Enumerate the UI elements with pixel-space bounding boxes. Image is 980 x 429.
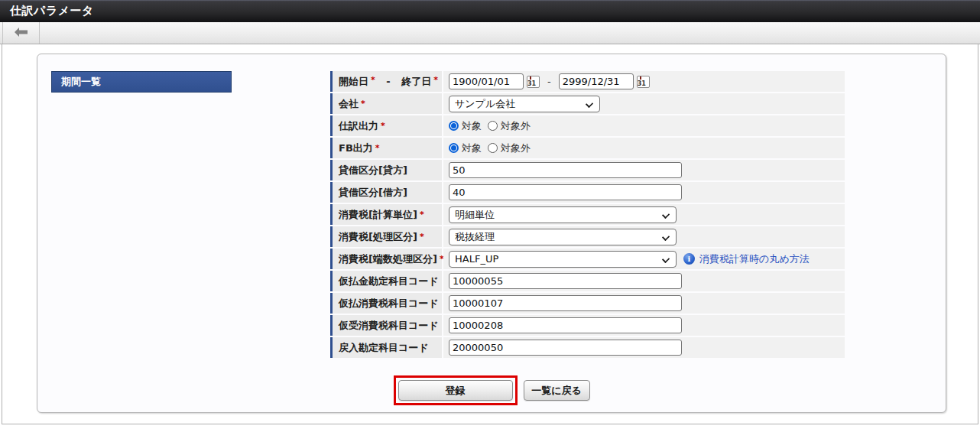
- content-frame: 期間一覧 開始日* - 終了日* 31: [2, 44, 978, 424]
- end-date-label: 終了日*: [401, 75, 438, 89]
- required-marker: *: [433, 75, 438, 85]
- reversal-account-code-input[interactable]: [449, 340, 682, 356]
- company-select-value: サンプル会社: [455, 96, 515, 112]
- radio-target-selected[interactable]: [449, 143, 459, 153]
- field-row-debit-class: 貸借区分[借方]: [330, 182, 845, 203]
- required-marker: *: [381, 121, 385, 131]
- calendar-icon[interactable]: 31: [527, 76, 540, 88]
- field-row-journal-output: 仕訳出力* 対象 対象外: [330, 115, 845, 136]
- tax-rounding-help-link[interactable]: 消費税計算時の丸め方法: [699, 252, 810, 266]
- field-row-received-consumption-tax-code: 仮受消費税科目コード: [330, 315, 845, 336]
- calendar-icon-day: 31: [527, 80, 536, 87]
- field-row-tax-calc-unit: 消費税[計算単位]* 明細単位: [330, 204, 845, 225]
- required-marker: *: [375, 143, 380, 153]
- paid-consumption-tax-code-field: [443, 293, 845, 314]
- radio-target-selected[interactable]: [449, 121, 459, 131]
- debit-class-input[interactable]: [449, 184, 682, 200]
- credit-class-field: [443, 160, 845, 180]
- required-marker: *: [361, 99, 365, 109]
- received-consumption-tax-code-label: 仮受消費税科目コード: [330, 315, 442, 336]
- suspense-payment-account-code-input[interactable]: [449, 273, 682, 289]
- field-row-reversal-account-code: 戻入勘定科目コード: [330, 337, 845, 358]
- debit-class-field: [443, 182, 845, 203]
- reversal-account-code-label: 戻入勘定科目コード: [330, 337, 442, 358]
- chevron-down-icon: [662, 255, 670, 262]
- back-to-list-button[interactable]: 一覧に戻る: [524, 380, 590, 401]
- section-title: 期間一覧: [61, 75, 101, 89]
- tax-process-class-field: 税抜経理: [443, 226, 845, 247]
- date-range-label: 開始日* - 終了日*: [330, 71, 442, 92]
- tax-process-class-select[interactable]: 税抜経理: [449, 229, 677, 245]
- tax-process-class-select-value: 税抜経理: [455, 229, 495, 245]
- red-highlight-annotation: 登録: [394, 375, 518, 405]
- tax-rounding-field: HALF_UP i 消費税計算時の丸め方法: [443, 249, 845, 269]
- reversal-account-code-field: [443, 337, 845, 358]
- tax-calc-unit-field: 明細単位: [443, 204, 845, 225]
- date-value-separator: -: [547, 76, 551, 87]
- journal-output-label: 仕訳出力*: [330, 115, 442, 136]
- radio-target-label: 対象: [462, 119, 482, 133]
- company-field: サンプル会社: [443, 93, 845, 114]
- chevron-down-icon: [662, 232, 670, 240]
- field-row-fb-output: FB出力* 対象 対象外: [330, 138, 845, 158]
- field-row-credit-class: 貸借区分[貸方]: [330, 160, 845, 180]
- calendar-icon[interactable]: 31: [637, 76, 650, 88]
- tax-rounding-select[interactable]: HALF_UP: [449, 251, 677, 268]
- section-header: 期間一覧: [51, 71, 232, 93]
- debit-class-label: 貸借区分[借方]: [330, 182, 442, 203]
- back-arrow-icon: [14, 26, 29, 41]
- start-date-label: 開始日*: [339, 75, 375, 89]
- field-row-tax-rounding: 消費税[端数処理区分]* HALF_UP i 消費税計算時の丸め方法: [330, 249, 845, 269]
- required-marker: *: [420, 210, 424, 219]
- credit-class-label: 貸借区分[貸方]: [330, 160, 442, 180]
- tax-calc-unit-select[interactable]: 明細単位: [449, 206, 677, 223]
- action-buttons: 登録 一覧に戻る: [37, 375, 946, 405]
- company-select[interactable]: サンプル会社: [449, 96, 600, 112]
- suspense-payment-account-code-label: 仮払金勘定科目コード: [330, 271, 442, 291]
- credit-class-input[interactable]: [449, 162, 682, 178]
- chevron-down-icon: [586, 99, 593, 107]
- radio-not-target-label: 対象外: [501, 119, 531, 133]
- radio-target-label: 対象: [462, 141, 482, 155]
- required-marker: *: [371, 75, 375, 85]
- paid-consumption-tax-code-label: 仮払消費税科目コード: [330, 293, 442, 314]
- end-date-input[interactable]: [559, 73, 634, 89]
- fb-output-field: 対象 対象外: [443, 138, 845, 158]
- date-range-field: 31 - 31: [443, 71, 845, 92]
- info-icon[interactable]: i: [683, 253, 695, 265]
- paid-consumption-tax-code-input[interactable]: [449, 295, 682, 311]
- form-panel: 期間一覧 開始日* - 終了日* 31: [37, 54, 946, 413]
- parameter-form: 開始日* - 終了日* 31 - 31: [330, 71, 845, 359]
- received-consumption-tax-code-input[interactable]: [449, 317, 682, 333]
- company-label: 会社*: [330, 93, 442, 114]
- radio-not-target[interactable]: [488, 143, 498, 153]
- tax-rounding-label: 消費税[端数処理区分]*: [330, 249, 442, 269]
- chevron-down-icon: [662, 210, 670, 218]
- start-date-input[interactable]: [449, 73, 524, 89]
- date-range-separator: -: [386, 76, 390, 87]
- radio-not-target[interactable]: [488, 121, 498, 131]
- tax-process-class-label: 消費税[処理区分]*: [330, 226, 442, 247]
- tax-calc-unit-label: 消費税[計算単位]*: [330, 204, 442, 225]
- journal-output-radio-group: 対象 対象外: [449, 119, 537, 133]
- toolbar: [0, 22, 980, 44]
- field-row-tax-process-class: 消費税[処理区分]* 税抜経理: [330, 226, 845, 247]
- back-button[interactable]: [2, 22, 40, 44]
- fb-output-radio-group: 対象 対象外: [449, 141, 537, 155]
- field-row-paid-consumption-tax-code: 仮払消費税科目コード: [330, 293, 845, 314]
- radio-not-target-label: 対象外: [501, 141, 531, 155]
- page-title: 仕訳パラメータ: [10, 4, 94, 18]
- required-marker: *: [420, 232, 424, 242]
- tax-rounding-select-value: HALF_UP: [455, 252, 498, 267]
- received-consumption-tax-code-field: [443, 315, 845, 336]
- suspense-payment-account-code-field: [443, 271, 845, 291]
- field-row-date-range: 開始日* - 終了日* 31 - 31: [330, 71, 845, 92]
- calendar-icon-day: 31: [638, 80, 646, 87]
- journal-output-field: 対象 対象外: [443, 115, 845, 136]
- submit-button[interactable]: 登録: [398, 380, 513, 401]
- window-title-bar: 仕訳パラメータ: [0, 0, 980, 22]
- fb-output-label: FB出力*: [330, 138, 442, 158]
- page: 仕訳パラメータ 期間一覧 開始日* - 終了日*: [0, 0, 980, 429]
- field-row-suspense-payment-account-code: 仮払金勘定科目コード: [330, 271, 845, 291]
- field-row-company: 会社* サンプル会社: [330, 93, 845, 114]
